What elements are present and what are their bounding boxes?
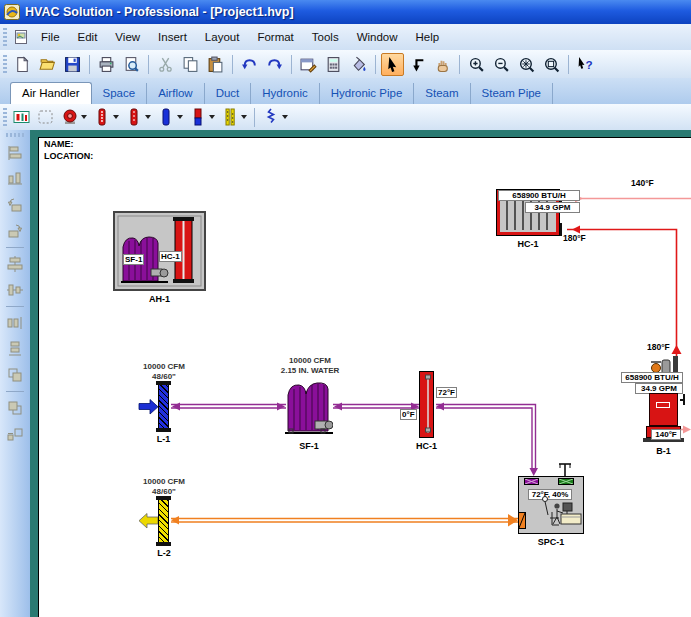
duct-spc1-to-l2[interactable]: [171, 519, 518, 523]
select-tool-button[interactable]: [381, 53, 404, 76]
menu-edit[interactable]: Edit: [69, 27, 107, 47]
undo-button[interactable]: [238, 53, 261, 76]
title-bar[interactable]: HVAC Solution - Professional - [Project1…: [0, 0, 691, 24]
rotate-right-button[interactable]: [4, 220, 26, 242]
same-size-icon: [6, 425, 24, 443]
menu-bar: File Edit View Insert Layout Format Tool…: [0, 24, 691, 50]
louver-l2[interactable]: [158, 500, 169, 542]
dropdown-arrow-icon[interactable]: [113, 115, 119, 119]
menu-window[interactable]: Window: [348, 27, 407, 47]
open-folder-icon: [39, 56, 56, 73]
preheat-coil-tool[interactable]: [122, 107, 154, 127]
save-button[interactable]: [61, 53, 84, 76]
duct-l1-to-sf1[interactable]: [171, 405, 286, 409]
category-tabs: Air Handler Space Airflow Duct Hydronic …: [0, 78, 691, 104]
dropdown-arrow-icon[interactable]: [177, 115, 183, 119]
coil-hc1-elevation[interactable]: [419, 371, 434, 438]
pipe-b1-supply-180[interactable]: [567, 226, 682, 357]
duct-hc1-to-spc1[interactable]: [436, 405, 536, 470]
zoom-in-button[interactable]: [465, 53, 488, 76]
menu-tools[interactable]: Tools: [303, 27, 348, 47]
duct-sf1-to-hc1[interactable]: [333, 405, 419, 409]
align-bottom-button[interactable]: [4, 168, 26, 190]
tab-duct[interactable]: Duct: [205, 83, 252, 104]
tab-hydronic[interactable]: Hydronic: [251, 83, 319, 104]
align-center-button[interactable]: [4, 253, 26, 275]
separator: [291, 55, 292, 74]
format-painter-button[interactable]: [347, 53, 370, 76]
menu-help[interactable]: Help: [407, 27, 449, 47]
heating-coil-tool[interactable]: [90, 107, 122, 127]
humidifier-tool[interactable]: [259, 107, 291, 127]
exhaust-arrow: [139, 514, 158, 529]
component-palette: [0, 104, 691, 130]
filter-tool[interactable]: [218, 107, 250, 127]
paste-button[interactable]: [204, 53, 227, 76]
zoom-window-button[interactable]: [540, 53, 563, 76]
tab-steam[interactable]: Steam: [414, 83, 470, 104]
tab-airflow[interactable]: Airflow: [147, 83, 205, 104]
calculator-button[interactable]: [322, 53, 345, 76]
toolbar-grip[interactable]: [3, 55, 7, 73]
dropdown-arrow-icon[interactable]: [241, 115, 247, 119]
same-size-button[interactable]: [4, 423, 26, 445]
tab-space[interactable]: Space: [92, 83, 148, 104]
separator: [232, 55, 233, 74]
fan-tool[interactable]: [58, 107, 90, 127]
b1-supply-temp: 180°F: [647, 342, 670, 352]
pan-tool-button[interactable]: [431, 53, 454, 76]
rotate-tool-button[interactable]: [406, 53, 429, 76]
menu-layout[interactable]: Layout: [196, 27, 249, 47]
properties-button[interactable]: [297, 53, 320, 76]
tab-steam-pipe[interactable]: Steam Pipe: [471, 83, 553, 104]
hc1-flow-label: 34.9 GPM: [525, 202, 580, 213]
return-grille: [558, 478, 574, 485]
copy-button[interactable]: [179, 53, 202, 76]
toolbar-grip[interactable]: [3, 28, 7, 46]
bring-to-front-button[interactable]: [4, 364, 26, 386]
space-tool[interactable]: [34, 107, 58, 127]
louver-l1[interactable]: [158, 385, 169, 428]
redo-button[interactable]: [263, 53, 286, 76]
toolbar-grip[interactable]: [3, 108, 7, 126]
boiler-b1[interactable]: [649, 393, 678, 426]
align-middle-icon: [6, 281, 24, 299]
print-button[interactable]: [95, 53, 118, 76]
menu-view[interactable]: View: [106, 27, 149, 47]
cooling-coil-tool[interactable]: [154, 107, 186, 127]
toolbar-grip[interactable]: [6, 133, 24, 137]
print-icon: [98, 56, 115, 73]
menu-file[interactable]: File: [32, 27, 69, 47]
app-window: HVAC Solution - Professional - [Project1…: [0, 0, 691, 617]
tab-air-handler[interactable]: Air Handler: [10, 82, 92, 104]
context-help-button[interactable]: ?: [574, 53, 597, 76]
duct-flow-arrows: [172, 403, 538, 477]
rotate-left-button[interactable]: [4, 194, 26, 216]
dropdown-arrow-icon[interactable]: [282, 115, 288, 119]
pipe-hc1-supply-140[interactable]: [567, 195, 691, 203]
new-button[interactable]: [11, 53, 34, 76]
align-middle-button[interactable]: [4, 279, 26, 301]
dropdown-arrow-icon[interactable]: [81, 115, 87, 119]
send-to-back-button[interactable]: [4, 397, 26, 419]
tab-hydronic-pipe[interactable]: Hydronic Pipe: [320, 83, 415, 104]
dual-temp-coil-tool[interactable]: [186, 107, 218, 127]
dropdown-arrow-icon[interactable]: [145, 115, 151, 119]
air-handler-ah1[interactable]: SF-1 HC-1: [113, 211, 206, 291]
cut-button[interactable]: [154, 53, 177, 76]
zoom-extents-button[interactable]: [515, 53, 538, 76]
menu-insert[interactable]: Insert: [149, 27, 196, 47]
menu-format[interactable]: Format: [248, 27, 302, 47]
fan-sf1[interactable]: [285, 377, 333, 437]
zoom-window-icon: [543, 56, 560, 73]
dropdown-arrow-icon[interactable]: [209, 115, 215, 119]
distribute-horizontal-button[interactable]: [4, 312, 26, 334]
air-handler-tool[interactable]: [10, 107, 34, 127]
space-spc1[interactable]: 72°F, 40%: [518, 476, 584, 534]
align-left-button[interactable]: [4, 142, 26, 164]
distribute-vertical-button[interactable]: [4, 338, 26, 360]
zoom-out-button[interactable]: [490, 53, 513, 76]
print-preview-button[interactable]: [120, 53, 143, 76]
open-button[interactable]: [36, 53, 59, 76]
drawing-page[interactable]: NAME: LOCATION:: [38, 137, 691, 617]
